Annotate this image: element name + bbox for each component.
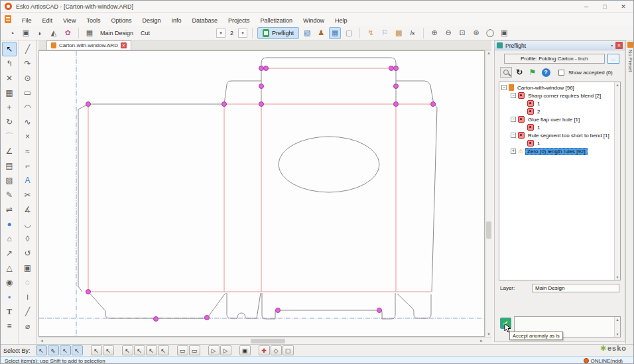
selection-handle-dot[interactable]	[222, 102, 227, 107]
tree-expander-icon[interactable]: +	[511, 149, 516, 154]
measure-tool[interactable]: ∠	[2, 144, 17, 158]
text-tool[interactable]: T	[2, 304, 17, 319]
cut-line[interactable]	[88, 292, 225, 318]
cut-line[interactable]	[224, 81, 261, 104]
layer-field-value[interactable]: Main Design	[532, 284, 619, 292]
selection-handle-dot[interactable]	[394, 66, 399, 71]
select-cut[interactable]: ↖	[122, 345, 133, 355]
inspect-icon[interactable]	[500, 67, 512, 78]
layer-name-label[interactable]: Main Design	[100, 30, 133, 36]
menu-item-options[interactable]: Options	[105, 15, 137, 26]
hatch-tool[interactable]: ▨	[2, 173, 17, 188]
scroll-left-icon[interactable]: ◄	[40, 339, 44, 343]
select-designs[interactable]: ▣	[239, 345, 251, 355]
zoom-selection-icon[interactable]: ⊛	[470, 27, 482, 39]
diameter-tool[interactable]: ⌀	[21, 319, 35, 334]
menu-item-info[interactable]: Info	[166, 15, 186, 26]
pin-icon[interactable]: ▪	[611, 43, 613, 48]
zoom-in-icon[interactable]: ⊕	[428, 27, 440, 39]
select-annotation[interactable]: ↖	[158, 345, 169, 355]
wave-tool[interactable]: ≈	[21, 144, 35, 158]
zoom-out-icon[interactable]: ⊖	[442, 27, 454, 39]
select-by-line[interactable]: ↖	[60, 345, 71, 355]
menu-item-tools[interactable]: Tools	[81, 15, 105, 26]
select-extents[interactable]: ▢	[283, 345, 294, 355]
selection-handle-dot[interactable]	[264, 66, 269, 71]
tab-close-button[interactable]: ✕	[121, 42, 127, 48]
menu-item-view[interactable]: View	[58, 15, 81, 26]
mode-label[interactable]: Cut	[141, 30, 150, 36]
cut-line[interactable]	[432, 104, 437, 292]
help-button[interactable]: ?	[540, 67, 552, 78]
transform-tool[interactable]: ▦	[2, 86, 17, 100]
menu-item-design[interactable]: Design	[137, 15, 166, 26]
tree-row-4[interactable]: −Glue flap over hole [1]	[501, 115, 613, 123]
scroll-right-icon[interactable]: ►	[479, 339, 483, 343]
canvas-vertical-scrollbar[interactable]: ▲ ▼	[485, 50, 491, 337]
tree-row-1[interactable]: −Sharp corner requires blend [2]	[501, 91, 613, 99]
cut-line[interactable]	[396, 81, 434, 104]
tree-row-8[interactable]: +⚠Zero (0) length rules [92]	[501, 147, 613, 155]
window-cutout-ellipse[interactable]	[279, 137, 379, 192]
line-tool[interactable]: ╱	[21, 42, 35, 56]
tree-expander-icon[interactable]: −	[511, 93, 516, 98]
select-by-group[interactable]: ⇖	[48, 345, 59, 355]
selection-handle-dot[interactable]	[154, 317, 158, 322]
selection-handle-dot[interactable]	[377, 308, 382, 313]
collapsed-panel-strip[interactable]: No Preset	[625, 40, 634, 344]
scroll-up-icon[interactable]: ▲	[487, 51, 491, 55]
show-accepted-checkbox[interactable]	[558, 70, 564, 76]
panel-tool[interactable]: ▣	[21, 261, 35, 275]
panel-close-button[interactable]: ✕	[615, 42, 623, 49]
arc-tool[interactable]: ↷	[21, 56, 35, 71]
board-icon[interactable]: ▩	[393, 27, 405, 39]
rerun-preflight-icon[interactable]: ↻	[513, 67, 525, 78]
tree-expander-icon[interactable]: −	[511, 117, 516, 122]
snap-options-icon[interactable]: ▧	[301, 27, 313, 39]
full-circle-icon[interactable]: ◯	[484, 27, 496, 39]
info-tool[interactable]: i	[21, 290, 35, 304]
cut-line[interactable]	[262, 293, 395, 319]
selection-handle-dot[interactable]	[389, 66, 394, 71]
selection-handle-dot[interactable]	[259, 102, 264, 107]
select-crease[interactable]: ↖	[134, 345, 145, 355]
cross-tool[interactable]: ×	[21, 129, 35, 144]
select-touching[interactable]: ↖	[103, 345, 114, 355]
tree-scroll-down-icon[interactable]: ▼	[615, 275, 620, 279]
cut-line[interactable]	[397, 294, 431, 318]
move-tool[interactable]: +	[2, 100, 17, 115]
export-icon[interactable]: ◗	[34, 27, 46, 39]
focus-tool[interactable]: ◉	[2, 275, 17, 290]
menu-item-projects[interactable]: Projects	[223, 15, 255, 26]
vertical-scroll-thumb[interactable]	[486, 221, 491, 239]
ls-icon[interactable]: ls	[407, 27, 418, 39]
arc-lower-tool[interactable]: ◡	[21, 217, 35, 231]
select-diamond[interactable]: ◇	[271, 345, 282, 355]
preflight-button[interactable]: Preflight	[257, 27, 299, 39]
dropdown-button-2[interactable]: ▾	[238, 29, 247, 38]
rotate-tool[interactable]: ↻	[2, 115, 17, 129]
scissors-tool[interactable]: ✂	[21, 188, 35, 202]
close-button[interactable]: ✕	[619, 3, 628, 10]
minimize-button[interactable]: ─	[582, 3, 591, 10]
select-error[interactable]: ✚	[259, 345, 270, 355]
rebuild-playback-icon[interactable]: ↯	[365, 27, 377, 39]
select-tool[interactable]: ↖	[2, 42, 17, 56]
person-view-icon[interactable]: ♟	[315, 27, 327, 39]
slash-tool[interactable]: ╱	[21, 304, 35, 319]
rectangle-tool[interactable]: ▭	[21, 86, 35, 100]
selection-handle-dot[interactable]	[259, 84, 264, 89]
cut-line[interactable]	[227, 293, 261, 318]
select-perf[interactable]: ↖	[146, 345, 157, 355]
delete-tool[interactable]: ✕	[2, 71, 17, 86]
selection-handle-dot[interactable]	[394, 102, 399, 107]
selection-handle-dot[interactable]	[431, 102, 436, 107]
home-tool[interactable]: ⌂	[2, 231, 17, 246]
select-window-2[interactable]: ▭	[189, 345, 200, 355]
circle-tool[interactable]: ⊙	[21, 71, 35, 86]
flag-tool[interactable]: ▪	[2, 290, 17, 304]
note-scroll-up-icon[interactable]: ▲	[615, 317, 620, 322]
outline-view-icon[interactable]: ▢	[343, 27, 355, 39]
note-scrollbar[interactable]: ▲ ▼	[614, 317, 620, 337]
selection-handle-dot[interactable]	[86, 102, 91, 107]
